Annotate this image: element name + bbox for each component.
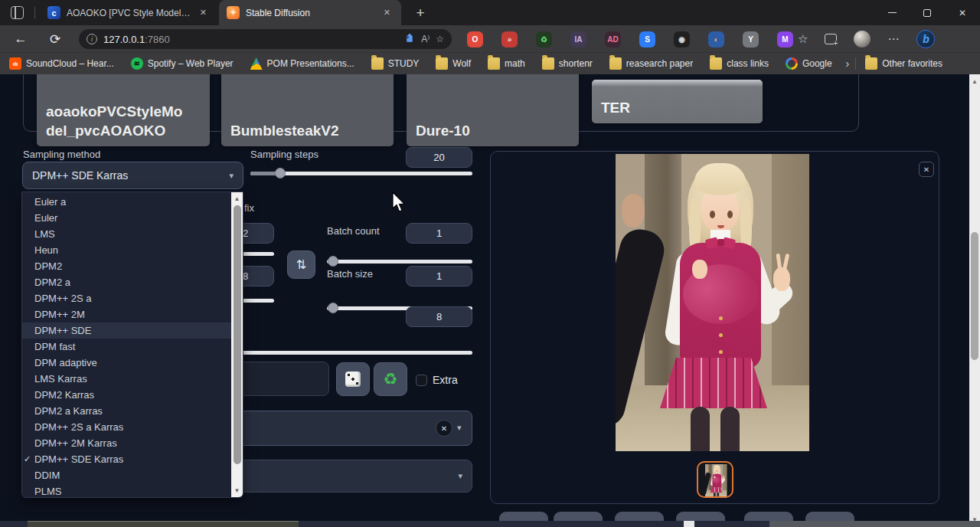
- extension-icon[interactable]: »: [501, 31, 518, 47]
- bing-chat-icon[interactable]: b: [916, 30, 935, 48]
- gallery-thumbnail[interactable]: [697, 461, 733, 498]
- new-tab-button[interactable]: +: [410, 3, 430, 23]
- bookmark-item[interactable]: shortenr: [542, 57, 593, 70]
- sampling-method-select[interactable]: DPM++ SDE Karras ▾: [22, 162, 243, 189]
- bookmark-item[interactable]: Spotify – Web Player: [131, 57, 234, 70]
- scroll-up-icon[interactable]: ▲: [231, 195, 243, 202]
- dropdown-option[interactable]: Euler: [22, 210, 232, 226]
- close-window-button[interactable]: ✕: [945, 0, 980, 25]
- extension-icon[interactable]: IA: [570, 31, 586, 47]
- dropdown-option[interactable]: DPM++ 2M: [22, 306, 232, 322]
- generated-image[interactable]: [616, 154, 809, 451]
- refresh-button[interactable]: ⟳: [47, 31, 64, 47]
- extension-icon[interactable]: M: [777, 31, 793, 47]
- extension-icon[interactable]: ◐: [708, 31, 724, 47]
- bookmark-item[interactable]: class links: [710, 57, 769, 70]
- other-favorites[interactable]: Other favorites: [865, 57, 942, 70]
- extension-icon[interactable]: S: [639, 31, 655, 47]
- swap-dimensions-button[interactable]: ⇅: [287, 250, 315, 279]
- back-button[interactable]: ←: [12, 31, 29, 47]
- bookmark-item[interactable]: STUDY: [371, 57, 420, 70]
- bookmark-item[interactable]: math: [488, 57, 525, 70]
- dropdown-option[interactable]: DPM++ 2S a: [22, 290, 232, 306]
- tag-icon[interactable]: [404, 34, 415, 44]
- add-favorite-star-icon[interactable]: ☆: [436, 34, 444, 44]
- dropdown-option[interactable]: Heun: [22, 242, 232, 258]
- bookmark-item[interactable]: POM Presentations...: [250, 57, 354, 70]
- address-bar[interactable]: i 127.0.0.1:7860 A⁾ ☆: [79, 29, 452, 49]
- dropdown-option[interactable]: DPM2 a Karras: [22, 403, 232, 419]
- dropdown-option[interactable]: PLMS: [22, 483, 232, 499]
- checkpoint-card-selected[interactable]: TER: [592, 80, 763, 123]
- page-scrollbar[interactable]: ▲ ▼: [969, 74, 980, 527]
- dropdown-option[interactable]: LMS: [22, 226, 232, 242]
- slider-handle[interactable]: [328, 256, 338, 267]
- horizontal-scrollbar-thumb[interactable]: [28, 521, 299, 527]
- dropdown-option[interactable]: DPM fast: [22, 339, 232, 355]
- bookmark-item[interactable]: Google: [786, 57, 832, 70]
- dropdown-option[interactable]: LMS Karras: [22, 371, 232, 387]
- horizontal-scrollbar-track[interactable]: [299, 521, 769, 527]
- minimize-button[interactable]: [874, 0, 910, 25]
- dropdown-option[interactable]: DPM2: [22, 258, 232, 274]
- dropdown-option[interactable]: DPM adaptive: [22, 355, 232, 371]
- scrollbar-thumb[interactable]: [971, 232, 978, 360]
- dropdown-option[interactable]: DPM++ 2M Karras: [22, 435, 232, 451]
- checkpoint-card[interactable]: aoaokoPVCStyleMo del_pvcAOAOKO: [37, 74, 210, 146]
- extension-icon[interactable]: ◉: [674, 31, 690, 47]
- dropdown-option[interactable]: DPM2 Karras: [22, 387, 232, 403]
- reuse-seed-button[interactable]: ♻: [374, 362, 407, 396]
- sampling-steps-slider[interactable]: [250, 172, 472, 175]
- close-tab-icon[interactable]: ✕: [197, 6, 210, 19]
- dropdown-option[interactable]: DPM2 a: [22, 274, 232, 290]
- dropdown-option[interactable]: DDIM: [22, 467, 232, 483]
- dice-icon: [345, 372, 361, 387]
- batch-count-slider[interactable]: [327, 260, 472, 264]
- tab-civitai[interactable]: c AOAOKO [PVC Style Model] - PV ✕: [40, 0, 217, 25]
- restore-button[interactable]: [910, 0, 945, 25]
- extension-icon[interactable]: O: [467, 31, 483, 47]
- bookmark-item[interactable]: reasearch paper: [609, 57, 693, 70]
- favorites-bar-icon[interactable]: ☆: [798, 32, 808, 46]
- slider-handle[interactable]: [275, 168, 286, 178]
- checkpoint-card[interactable]: BumblesteakV2: [221, 74, 394, 146]
- read-aloud-icon[interactable]: A⁾: [421, 34, 430, 44]
- bookmark-item[interactable]: Wolf: [436, 57, 471, 70]
- dropdown-option[interactable]: Euler a: [22, 194, 232, 210]
- tab-stable-diffusion[interactable]: ✦ Stable Diffusion ✕: [219, 0, 401, 25]
- bookmarks-bar: SoundCloud – Hear... Spotify – Web Playe…: [0, 52, 980, 74]
- site-info-icon[interactable]: i: [87, 34, 97, 44]
- url-text[interactable]: 127.0.0.1:7860: [103, 34, 398, 45]
- slider-handle[interactable]: [328, 303, 338, 313]
- batch-size-value[interactable]: 1: [406, 266, 472, 286]
- settings-menu-icon[interactable]: ⋯: [887, 32, 900, 46]
- checkpoint-card[interactable]: Dure-10: [407, 74, 579, 146]
- bookmarks-overflow-chevron[interactable]: ›: [846, 57, 850, 70]
- toolbar-right-icons: ☆ ⋯ b: [798, 29, 935, 49]
- scroll-down-icon[interactable]: ▼: [231, 487, 243, 494]
- scroll-up-icon[interactable]: ▲: [969, 78, 980, 85]
- bookmark-list: SoundCloud – Hear... Spotify – Web Playe…: [9, 57, 832, 70]
- dropdown-scrollbar[interactable]: ▲ ▼: [231, 192, 243, 497]
- bookmark-item[interactable]: SoundCloud – Hear...: [9, 57, 114, 70]
- close-tab-icon[interactable]: ✕: [381, 6, 394, 19]
- extra-seed-checkbox[interactable]: [416, 375, 427, 386]
- extension-icon[interactable]: ♻: [536, 31, 552, 47]
- extension-icon[interactable]: Y: [743, 31, 759, 47]
- dropdown-option[interactable]: ✓DPM++ SDE Karras: [22, 451, 232, 467]
- random-seed-button[interactable]: [336, 362, 370, 396]
- close-gallery-button[interactable]: ✕: [919, 162, 934, 177]
- dropdown-option[interactable]: DPM++ 2S a Karras: [22, 419, 232, 435]
- scrollbar-thumb[interactable]: [234, 205, 241, 464]
- batch-count-value[interactable]: 1: [406, 223, 472, 244]
- profile-avatar[interactable]: [854, 31, 871, 47]
- dropdown-option[interactable]: DPM++ SDE: [22, 322, 232, 339]
- extension-icon[interactable]: AD: [605, 31, 621, 47]
- cfg-scale-value[interactable]: 8: [406, 306, 472, 327]
- collections-icon[interactable]: [825, 34, 837, 44]
- generated-image[interactable]: [705, 464, 727, 497]
- sampling-steps-value[interactable]: 20: [406, 147, 472, 168]
- clear-styles-icon[interactable]: ✕: [436, 420, 452, 437]
- hires-fix-label-fragment[interactable]: fix: [244, 202, 254, 214]
- tab-workspaces-icon[interactable]: [11, 6, 24, 19]
